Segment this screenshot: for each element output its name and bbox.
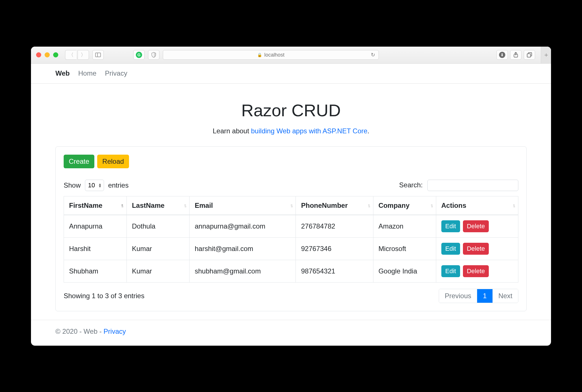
datatable-bottom: Showing 1 to 3 of 3 entries Previous 1 N…: [64, 289, 518, 303]
table-row: Annapurna Dothula annapurna@gmail.com 27…: [64, 215, 518, 238]
privacy-shield-button[interactable]: [148, 50, 159, 60]
col-email[interactable]: Email↑↓: [190, 196, 296, 215]
edit-button[interactable]: Edit: [441, 265, 460, 277]
grammarly-button[interactable]: G: [133, 50, 145, 60]
table-header-row: FirstName↑↓ LastName↑↓ Email↑↓ PhoneNumb…: [64, 196, 518, 215]
edit-button[interactable]: Edit: [441, 243, 460, 255]
cell-phone: 92767346: [296, 237, 373, 260]
cell-actions: Edit Delete: [436, 237, 518, 260]
sort-icon: ↑↓: [184, 202, 185, 208]
cell-last: Kumar: [127, 260, 190, 282]
nav-link-home[interactable]: Home: [78, 69, 96, 77]
data-card: Create Reload Show 10 ▲▼ entries Search:: [55, 146, 527, 311]
grammarly-icon: G: [136, 52, 142, 58]
cell-first: Harshit: [64, 237, 127, 260]
sidebar-icon: [95, 53, 101, 57]
cell-company: Microsoft: [373, 237, 436, 260]
pager-next[interactable]: Next: [492, 289, 518, 303]
reload-button[interactable]: Reload: [97, 155, 129, 168]
col-firstname[interactable]: FirstName↑↓: [64, 196, 127, 215]
lead-suffix: .: [367, 127, 369, 135]
titlebar: 〈 〉 G 🔒 localhost ↻ ⬇: [31, 47, 551, 64]
shield-icon: [151, 52, 156, 58]
new-tab-button[interactable]: ＋: [541, 47, 551, 64]
cell-last: Kumar: [127, 237, 190, 260]
cell-email: shubham@gmail.com: [190, 260, 296, 282]
cell-company: Amazon: [373, 215, 436, 238]
cell-first: Annapurna: [64, 215, 127, 238]
length-suffix: entries: [108, 181, 128, 189]
search-label: Search:: [399, 181, 423, 189]
cell-actions: Edit Delete: [436, 215, 518, 238]
nav-link-privacy[interactable]: Privacy: [105, 69, 127, 77]
length-select[interactable]: 10: [85, 180, 104, 191]
share-button[interactable]: [510, 50, 521, 60]
delete-button[interactable]: Delete: [463, 243, 489, 255]
footer: © 2020 - Web - Privacy: [31, 320, 551, 346]
table-info: Showing 1 to 3 of 3 entries: [64, 292, 144, 300]
titlebar-right: ⬇: [496, 50, 535, 60]
address-bar[interactable]: 🔒 localhost ↻: [163, 50, 379, 60]
table-row: Shubham Kumar shubham@gmail.com 98765432…: [64, 260, 518, 282]
col-company[interactable]: Company↑↓: [373, 196, 436, 215]
cell-phone: 276784782: [296, 215, 373, 238]
sort-icon: ↑↓: [512, 202, 514, 208]
share-icon: [513, 52, 518, 58]
sidebar-toggle-button[interactable]: [92, 50, 104, 60]
action-row: Create Reload: [64, 155, 518, 168]
main-container: Razor CRUD Learn about building Web apps…: [31, 84, 551, 320]
close-window-button[interactable]: [36, 52, 41, 57]
lead-prefix: Learn about: [213, 127, 251, 135]
delete-button[interactable]: Delete: [463, 220, 489, 232]
cell-email: harshit@gmail.com: [190, 237, 296, 260]
col-actions[interactable]: Actions↑↓: [436, 196, 518, 215]
sort-icon: ↑↓: [121, 202, 122, 208]
cell-actions: Edit Delete: [436, 260, 518, 282]
data-table: FirstName↑↓ LastName↑↓ Email↑↓ PhoneNumb…: [64, 196, 518, 283]
chevron-left-icon: 〈: [68, 51, 74, 58]
reload-icon[interactable]: ↻: [371, 52, 375, 58]
length-control: Show 10 ▲▼ entries: [64, 180, 128, 191]
col-phone[interactable]: PhoneNumber↑↓: [296, 196, 373, 215]
footer-text: © 2020 - Web -: [55, 327, 103, 335]
edit-button[interactable]: Edit: [441, 220, 460, 232]
datatable-top: Show 10 ▲▼ entries Search:: [64, 180, 518, 191]
brand[interactable]: Web: [55, 69, 70, 77]
lead-text: Learn about building Web apps with ASP.N…: [55, 127, 527, 135]
table-row: Harshit Kumar harshit@gmail.com 92767346…: [64, 237, 518, 260]
cell-first: Shubham: [64, 260, 127, 282]
cell-email: annapurna@gmail.com: [190, 215, 296, 238]
tabs-button[interactable]: [524, 50, 535, 60]
cell-phone: 987654321: [296, 260, 373, 282]
search-control: Search:: [399, 180, 518, 191]
back-button[interactable]: 〈: [65, 50, 76, 60]
lock-icon: 🔒: [257, 53, 262, 57]
delete-button[interactable]: Delete: [463, 265, 489, 277]
pager-previous[interactable]: Previous: [439, 289, 477, 303]
sort-icon: ↑↓: [367, 202, 369, 208]
search-input[interactable]: [427, 180, 518, 191]
col-lastname[interactable]: LastName↑↓: [127, 196, 190, 215]
downloads-button[interactable]: ⬇: [496, 50, 508, 60]
address-text: localhost: [264, 52, 284, 58]
tabs-icon: [527, 52, 532, 57]
window-controls: [36, 52, 58, 57]
pager: Previous 1 Next: [439, 289, 518, 303]
chevron-right-icon: 〉: [81, 51, 86, 58]
navbar: Web Home Privacy: [31, 64, 551, 84]
length-prefix: Show: [64, 181, 81, 189]
nav-back-forward: 〈 〉: [65, 50, 89, 60]
download-icon: ⬇: [499, 52, 505, 58]
browser-window: 〈 〉 G 🔒 localhost ↻ ⬇: [31, 47, 551, 346]
minimize-window-button[interactable]: [45, 52, 50, 57]
pager-page-1[interactable]: 1: [477, 289, 492, 303]
table-body: Annapurna Dothula annapurna@gmail.com 27…: [64, 215, 518, 283]
cell-last: Dothula: [127, 215, 190, 238]
maximize-window-button[interactable]: [53, 52, 58, 57]
page-title: Razor CRUD: [55, 101, 527, 120]
footer-privacy-link[interactable]: Privacy: [103, 327, 126, 335]
forward-button[interactable]: 〉: [78, 50, 89, 60]
lead-link[interactable]: building Web apps with ASP.NET Core: [251, 127, 367, 135]
create-button[interactable]: Create: [64, 155, 94, 168]
sort-icon: ↑↓: [430, 202, 432, 208]
